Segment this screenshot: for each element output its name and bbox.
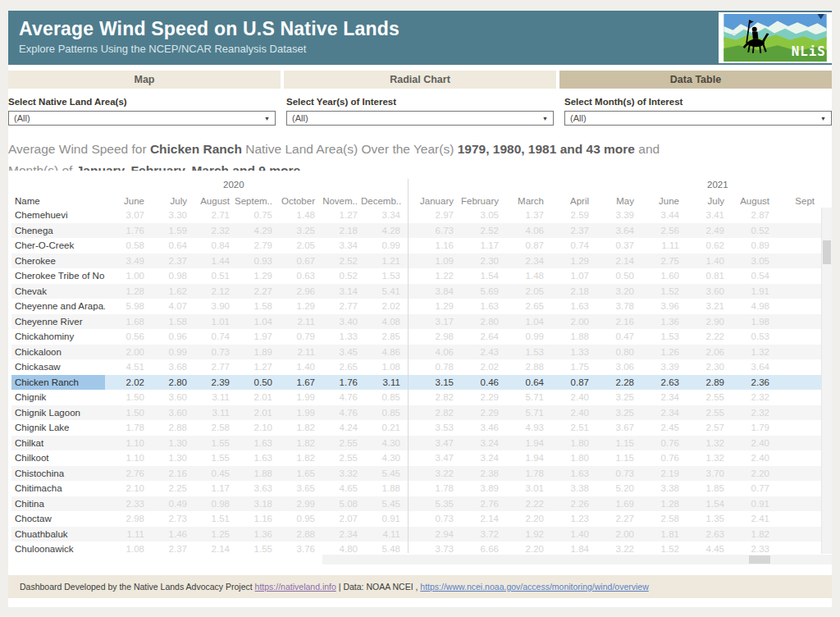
table-row[interactable]: Choctaw2.982.731.511.160.952.070.910.732… bbox=[11, 511, 832, 527]
row-name[interactable]: Chickahominy bbox=[11, 329, 105, 345]
wind-speed-cell: 1.53 bbox=[637, 331, 682, 341]
wind-speed-cell: 2.43 bbox=[457, 347, 502, 357]
wind-speed-cell: 2.97 bbox=[412, 210, 457, 220]
wind-speed-cell: 0.50 bbox=[592, 271, 637, 281]
wind-speed-cell: 0.63 bbox=[276, 271, 318, 281]
wind-speed-cell: 1.33 bbox=[318, 331, 361, 341]
table-row[interactable]: Chemehuevi3.073.302.710.751.481.273.342.… bbox=[11, 208, 832, 223]
row-name[interactable]: Chickaloon bbox=[11, 345, 105, 360]
wind-speed-cell: 1.17 bbox=[190, 483, 233, 493]
wind-speed-cell: 0.99 bbox=[361, 240, 404, 250]
row-name[interactable]: Cherokee Tribe of No.. bbox=[11, 268, 105, 284]
row-name[interactable]: Chignik bbox=[11, 390, 105, 405]
tab-map[interactable]: Map bbox=[8, 71, 281, 89]
row-name[interactable]: Chignik Lake bbox=[11, 420, 105, 436]
wind-speed-cell: 1.50 bbox=[105, 392, 148, 402]
wind-speed-cell: 3.14 bbox=[318, 286, 361, 296]
row-name[interactable]: Chilkoot bbox=[11, 450, 105, 466]
native-land-select[interactable]: (All) ▼ bbox=[8, 111, 276, 126]
wind-speed-cell: 0.52 bbox=[728, 226, 773, 235]
wind-speed-cell: 1.80 bbox=[547, 453, 592, 463]
wind-speed-cell: 4.06 bbox=[502, 226, 547, 235]
vertical-scrollbar[interactable] bbox=[821, 208, 832, 554]
wind-speed-cell: 2.32 bbox=[728, 392, 773, 402]
wind-speed-cell: 0.73 bbox=[412, 514, 457, 523]
wind-speed-cell: 0.76 bbox=[637, 438, 682, 448]
row-name[interactable]: Chenega bbox=[11, 223, 105, 239]
row-name[interactable]: Choctaw bbox=[11, 511, 105, 527]
chevron-down-icon: ▼ bbox=[264, 116, 270, 121]
table-row[interactable]: Chignik1.503.603.112.011.994.760.852.822… bbox=[11, 390, 832, 405]
wind-speed-cell: 1.79 bbox=[728, 423, 773, 432]
wind-speed-cell: 1.53 bbox=[361, 271, 404, 281]
row-name[interactable]: Chistochina bbox=[11, 466, 105, 482]
wind-speed-cell: 1.52 bbox=[637, 286, 682, 296]
months-select[interactable]: (All) ▼ bbox=[564, 111, 832, 126]
wind-speed-cell: 0.75 bbox=[233, 210, 276, 220]
wind-speed-cell: 2.20 bbox=[502, 514, 547, 523]
wind-speed-cell: 1.55 bbox=[190, 438, 233, 448]
wind-speed-cell: 4.76 bbox=[318, 392, 361, 402]
years-select[interactable]: (All) ▼ bbox=[286, 111, 554, 126]
footer-link-ncei[interactable]: https://www.ncei.noaa.gov/access/monitor… bbox=[420, 582, 648, 592]
row-name[interactable]: Chilkat bbox=[11, 436, 105, 451]
tab-radial-chart[interactable]: Radial Chart bbox=[284, 71, 556, 89]
table-row[interactable]: Chevak1.281.622.122.272.963.145.413.845.… bbox=[11, 284, 832, 299]
wind-speed-cell: 0.37 bbox=[592, 240, 637, 250]
wind-speed-cell: 1.10 bbox=[105, 453, 148, 463]
row-name[interactable]: Chevak bbox=[11, 284, 105, 299]
table-row[interactable]: Cheyenne River1.681.581.011.042.113.404.… bbox=[11, 314, 832, 330]
table-row[interactable]: Chicken Ranch2.022.802.390.501.671.763.1… bbox=[11, 375, 832, 391]
row-name[interactable]: Cherokee bbox=[11, 254, 105, 269]
wind-speed-cell: 1.54 bbox=[682, 499, 728, 509]
wind-speed-cell: 1.09 bbox=[412, 256, 457, 266]
wind-speed-cell: 5.69 bbox=[457, 286, 502, 296]
tab-data-table[interactable]: Data Table bbox=[559, 71, 832, 89]
table-row[interactable]: Cher-O-Creek0.580.640.842.792.053.340.99… bbox=[11, 238, 832, 254]
vertical-scrollbar-thumb[interactable] bbox=[823, 240, 831, 264]
table-row[interactable]: Chickahominy0.560.960.741.970.791.332.85… bbox=[11, 329, 832, 345]
wind-speed-cell: 3.70 bbox=[682, 468, 728, 478]
table-row[interactable]: Chignik Lake1.782.882.582.101.824.240.21… bbox=[11, 420, 832, 436]
row-name[interactable]: Chickasaw bbox=[11, 359, 105, 375]
wind-speed-cell: 2.71 bbox=[190, 210, 233, 220]
table-row[interactable]: Chenega1.761.592.324.293.252.184.286.732… bbox=[11, 223, 832, 239]
table-row[interactable]: Chuathbaluk1.111.461.251.362.882.344.112… bbox=[11, 527, 832, 542]
table-row[interactable]: Cherokee Tribe of No..1.000.980.511.290.… bbox=[11, 268, 832, 284]
row-name[interactable]: Chicken Ranch bbox=[11, 375, 105, 391]
wind-speed-cell: 2.27 bbox=[233, 286, 276, 296]
wind-speed-cell: 2.18 bbox=[547, 286, 592, 296]
horizontal-scrollbar-thumb[interactable] bbox=[749, 555, 770, 564]
wind-speed-cell: 0.46 bbox=[457, 377, 502, 387]
footer-link-nativeland[interactable]: https://nativeland.info bbox=[255, 582, 336, 592]
row-name[interactable]: Chitina bbox=[11, 496, 105, 512]
row-name[interactable]: Chemehuevi bbox=[11, 208, 105, 223]
table-row[interactable]: Chignik Lagoon1.503.603.112.011.994.760.… bbox=[11, 405, 832, 421]
table-row[interactable]: Chilkoot1.101.301.551.631.822.554.303.47… bbox=[11, 450, 832, 466]
wind-speed-cell: 2.34 bbox=[637, 408, 682, 418]
table-row[interactable]: Chilkat1.101.301.551.631.822.554.303.473… bbox=[11, 436, 832, 451]
table-row[interactable]: Chitina2.330.490.983.182.995.085.455.352… bbox=[11, 496, 832, 512]
wind-speed-cell: 5.20 bbox=[592, 483, 637, 493]
wind-speed-cell: 3.34 bbox=[361, 210, 404, 220]
horizontal-scrollbar[interactable] bbox=[322, 555, 832, 564]
row-name[interactable]: Cher-O-Creek bbox=[11, 238, 105, 254]
wind-speed-cell: 2.34 bbox=[318, 529, 361, 539]
wind-speed-cell: 1.29 bbox=[412, 301, 457, 311]
table-row[interactable]: Cherokee3.492.371.440.930.672.521.211.09… bbox=[11, 254, 832, 269]
table-row[interactable]: Chickasaw4.513.682.771.271.402.651.080.7… bbox=[11, 359, 832, 375]
wind-speed-cell: 2.33 bbox=[105, 499, 148, 509]
row-name[interactable]: Chitimacha bbox=[11, 481, 105, 496]
table-row[interactable]: Chickaloon2.000.990.731.892.113.454.864.… bbox=[11, 345, 832, 360]
wind-speed-cell: 1.30 bbox=[148, 453, 190, 463]
footer-text: | Data: NOAA NCEI , bbox=[336, 582, 421, 592]
row-name[interactable]: Chuathbaluk bbox=[11, 527, 105, 542]
table-row[interactable]: Chistochina2.762.160.451.881.653.325.453… bbox=[11, 466, 832, 482]
table-row[interactable]: Chitimacha2.102.251.173.633.654.651.881.… bbox=[11, 481, 832, 496]
row-name[interactable]: Cheyenne and Arapa.. bbox=[11, 299, 105, 314]
row-name[interactable]: Chuloonawick bbox=[11, 542, 105, 557]
wind-speed-cell: 0.73 bbox=[592, 468, 637, 478]
row-name[interactable]: Chignik Lagoon bbox=[11, 405, 105, 421]
table-row[interactable]: Cheyenne and Arapa..5.984.073.901.581.29… bbox=[11, 299, 832, 314]
row-name[interactable]: Cheyenne River bbox=[11, 314, 105, 330]
